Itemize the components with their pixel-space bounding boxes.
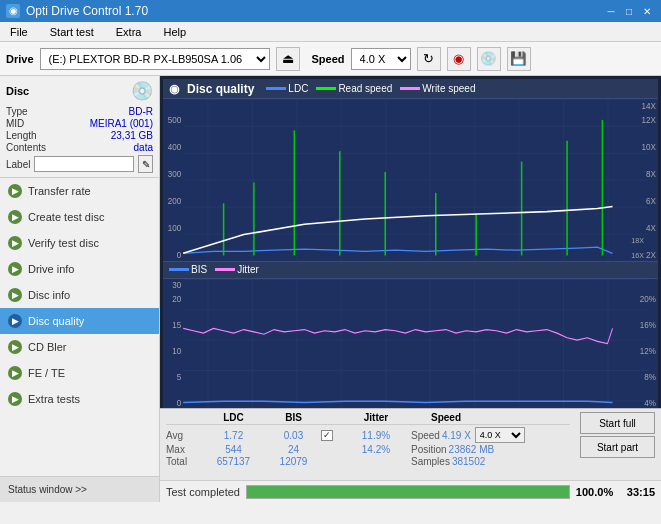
svg-text:20: 20 xyxy=(172,294,181,305)
nav-extra-tests-label: Extra tests xyxy=(28,393,80,405)
svg-text:14X: 14X xyxy=(642,102,657,111)
menu-start-test[interactable]: Start test xyxy=(44,24,100,40)
nav-verify-test-disc-label: Verify test disc xyxy=(28,237,99,249)
menu-file[interactable]: File xyxy=(4,24,34,40)
eject-button[interactable]: ⏏ xyxy=(276,47,300,71)
nav-extra-tests[interactable]: ▶ Extra tests xyxy=(0,386,159,412)
menu-help[interactable]: Help xyxy=(157,24,192,40)
speed-text-label: Speed xyxy=(411,430,440,441)
chart-area: ◉ Disc quality LDC Read speed Write spee… xyxy=(160,76,661,408)
svg-text:200: 200 xyxy=(168,197,182,206)
nav-disc-info[interactable]: ▶ Disc info xyxy=(0,282,159,308)
svg-text:300: 300 xyxy=(168,170,182,179)
status-window-button[interactable]: Status window >> xyxy=(0,476,159,502)
total-label: Total xyxy=(166,456,201,467)
disc-quality-icon-header: ◉ xyxy=(169,82,179,96)
nav-fe-te[interactable]: ▶ FE / TE xyxy=(0,360,159,386)
extra-tests-icon: ▶ xyxy=(8,392,22,406)
left-panel: Disc 💿 Type BD-R MID MEIRA1 (001) Length… xyxy=(0,76,160,502)
chart-legend: LDC Read speed Write speed xyxy=(266,83,475,94)
svg-text:16%: 16% xyxy=(640,319,656,330)
start-part-button[interactable]: Start part xyxy=(580,436,655,458)
nav-disc-quality-label: Disc quality xyxy=(28,315,84,327)
svg-text:18X: 18X xyxy=(631,237,644,245)
refresh-button[interactable]: ↻ xyxy=(417,47,441,71)
contents-value: data xyxy=(134,142,153,153)
total-samples: 381502 xyxy=(452,456,485,467)
svg-text:500: 500 xyxy=(168,116,182,125)
svg-text:20%: 20% xyxy=(640,294,656,305)
bottom-chart-svg: 0 5 10 15 20 30 4% 8% 12% 16% 20% 0.0 2.… xyxy=(163,279,658,408)
length-value: 23,31 GB xyxy=(111,130,153,141)
verify-test-disc-icon: ▶ xyxy=(8,236,22,250)
top-chart-container: 0 100 200 300 400 500 2X 4X 6X 8X 10X 12… xyxy=(163,99,658,261)
nav-disc-quality[interactable]: ▶ Disc quality xyxy=(0,308,159,334)
max-label: Max xyxy=(166,444,201,455)
max-bis: 24 xyxy=(266,444,321,455)
nav-cd-bler[interactable]: ▶ CD Bler xyxy=(0,334,159,360)
header-jitter: Jitter xyxy=(341,412,411,423)
total-ldc: 657137 xyxy=(201,456,266,467)
svg-text:30: 30 xyxy=(172,279,181,290)
drive-info-icon: ▶ xyxy=(8,262,22,276)
nav-drive-info[interactable]: ▶ Drive info xyxy=(0,256,159,282)
close-button[interactable]: ✕ xyxy=(639,3,655,19)
svg-text:400: 400 xyxy=(168,143,182,152)
disc-section-title: Disc xyxy=(6,85,29,97)
right-container: ◉ Disc quality LDC Read speed Write spee… xyxy=(160,76,661,502)
avg-label: Avg xyxy=(166,430,201,441)
nav-disc-info-label: Disc info xyxy=(28,289,70,301)
max-jitter: 14.2% xyxy=(341,444,411,455)
menu-extra[interactable]: Extra xyxy=(110,24,148,40)
drive-label: Drive xyxy=(6,53,34,65)
main-area: Disc 💿 Type BD-R MID MEIRA1 (001) Length… xyxy=(0,76,661,502)
nav-transfer-rate[interactable]: ▶ Transfer rate xyxy=(0,178,159,204)
disc-label-input[interactable] xyxy=(34,156,134,172)
svg-text:100: 100 xyxy=(168,224,182,233)
title-bar: ◉ Opti Drive Control 1.70 ─ □ ✕ xyxy=(0,0,661,22)
svg-text:12%: 12% xyxy=(640,345,656,356)
svg-text:5: 5 xyxy=(177,371,182,382)
svg-rect-0 xyxy=(183,99,648,261)
svg-text:6X: 6X xyxy=(646,197,656,206)
minimize-button[interactable]: ─ xyxy=(603,3,619,19)
header-bis: BIS xyxy=(266,412,321,423)
disc-quality-icon: ▶ xyxy=(8,314,22,328)
jitter-checkbox[interactable]: ✓ xyxy=(321,430,333,441)
ldc-color xyxy=(266,87,286,90)
action-buttons: Start full Start part xyxy=(580,412,655,458)
disc-info-icon: ▶ xyxy=(8,288,22,302)
bis-color xyxy=(169,268,189,271)
status-text: Test completed xyxy=(166,486,240,498)
avg-jitter: 11.9% xyxy=(341,430,411,441)
speed-select[interactable]: 4.0 X xyxy=(351,48,411,70)
bottom-chart-container: 0 5 10 15 20 30 4% 8% 12% 16% 20% 0.0 2.… xyxy=(163,279,658,408)
disc-label-label: Label xyxy=(6,159,30,170)
max-ldc: 544 xyxy=(201,444,266,455)
app-title: Opti Drive Control 1.70 xyxy=(26,4,148,18)
jitter-color xyxy=(215,268,235,271)
speed-select-stats[interactable]: 4.0 X xyxy=(475,427,525,443)
nav-verify-test-disc[interactable]: ▶ Verify test disc xyxy=(0,230,159,256)
maximize-button[interactable]: □ xyxy=(621,3,637,19)
svg-text:4X: 4X xyxy=(646,224,656,233)
save-button[interactable]: 💾 xyxy=(507,47,531,71)
drive-select[interactable]: (E:) PLEXTOR BD-R PX-LB950SA 1.06 xyxy=(40,48,270,70)
disc-button[interactable]: 💿 xyxy=(477,47,501,71)
legend-bis: BIS xyxy=(169,264,207,275)
svg-text:10: 10 xyxy=(172,345,181,356)
nav-cd-bler-label: CD Bler xyxy=(28,341,67,353)
avg-ldc: 1.72 xyxy=(201,430,266,441)
total-bis: 12079 xyxy=(266,456,321,467)
write-button[interactable]: ◉ xyxy=(447,47,471,71)
start-full-button[interactable]: Start full xyxy=(580,412,655,434)
position-label: Position xyxy=(411,444,447,455)
svg-text:16X: 16X xyxy=(631,251,644,259)
disc-section: Disc 💿 Type BD-R MID MEIRA1 (001) Length… xyxy=(0,76,159,178)
avg-bis: 0.03 xyxy=(266,430,321,441)
disc-label-button[interactable]: ✎ xyxy=(138,155,153,173)
top-chart-svg: 0 100 200 300 400 500 2X 4X 6X 8X 10X 12… xyxy=(163,99,658,261)
nav-create-test-disc[interactable]: ▶ Create test disc xyxy=(0,204,159,230)
chart-header: ◉ Disc quality LDC Read speed Write spee… xyxy=(163,79,658,99)
speed-label: Speed xyxy=(312,53,345,65)
